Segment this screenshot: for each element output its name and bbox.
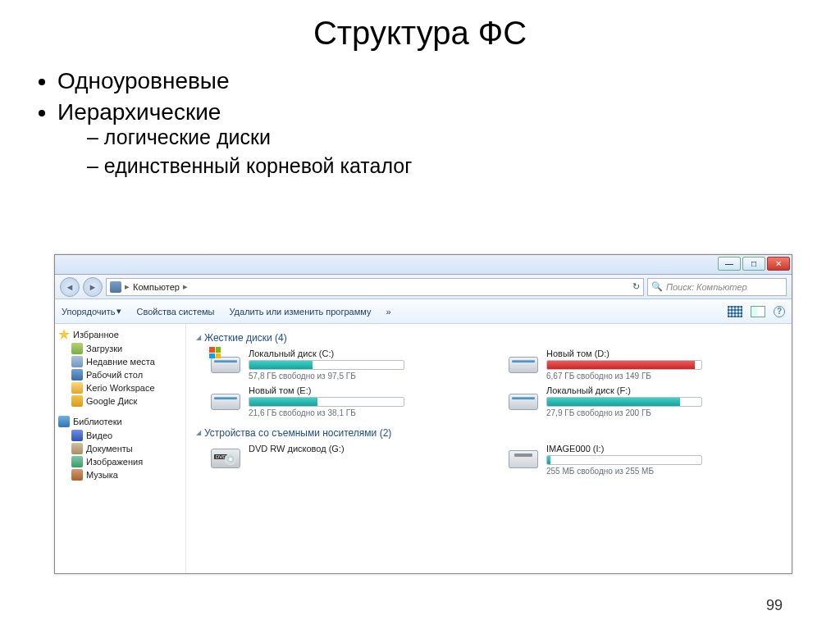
sidebar-libraries-header[interactable]: Библиотеки <box>58 416 182 427</box>
command-bar: Упорядочить ▾ Свойства системы Удалить и… <box>55 299 792 324</box>
computer-icon <box>110 281 121 293</box>
hdd-icon <box>211 385 242 410</box>
drive-label: IMAGE000 (I:) <box>546 444 782 454</box>
recent-icon <box>71 356 83 367</box>
search-input[interactable]: 🔍 Поиск: Компьютер <box>647 278 787 296</box>
drive-label: Локальный диск (F:) <box>546 385 782 395</box>
organize-menu[interactable]: Упорядочить ▾ <box>62 306 121 317</box>
address-bar: ◄ ► ▸ Компьютер ▸ ↻ 🔍 Поиск: Компьютер <box>55 275 792 299</box>
sidebar-item-video[interactable]: Видео <box>58 429 182 442</box>
bullet-2-text: Иерархические <box>57 99 221 125</box>
drive-d[interactable]: Новый том (D:) 6,67 ГБ свободно из 149 Г… <box>509 349 782 381</box>
uninstall-button[interactable]: Удалить или изменить программу <box>229 307 371 317</box>
window-titlebar[interactable]: — □ ✕ <box>55 255 792 275</box>
more-commands[interactable]: » <box>386 307 390 317</box>
google-drive-icon <box>71 395 83 407</box>
preview-pane-icon[interactable] <box>751 306 765 317</box>
drive-label: Новый том (D:) <box>546 349 782 358</box>
sidebar-favorites-header[interactable]: Избранное <box>58 329 182 340</box>
star-icon <box>58 329 70 340</box>
drive-stat: 57,8 ГБ свободно из 97,5 ГБ <box>249 371 484 381</box>
dvd-icon: DVD <box>211 444 242 468</box>
drive-label: Новый том (E:) <box>249 385 484 395</box>
pictures-icon <box>71 456 83 467</box>
bullet-2: Иерархические логические диски единствен… <box>57 99 840 178</box>
breadcrumb-item[interactable]: Компьютер <box>133 282 180 292</box>
sidebar: Избранное Загрузки Недавние места Рабочи… <box>55 324 186 573</box>
slide-title: Структура ФС <box>0 15 840 52</box>
drive-e[interactable]: Новый том (E:) 21,6 ГБ свободно из 38,1 … <box>211 385 484 417</box>
capacity-bar <box>546 397 702 407</box>
sidebar-item-recent[interactable]: Недавние места <box>58 355 182 368</box>
sidebar-item-music[interactable]: Музыка <box>58 468 182 481</box>
bullet-2-sub-1: логические диски <box>87 125 840 149</box>
capacity-bar <box>546 455 702 465</box>
drive-stat: 21,6 ГБ свободно из 38,1 ГБ <box>249 408 484 417</box>
search-placeholder: Поиск: Компьютер <box>666 282 747 292</box>
drive-stat: 27,9 ГБ свободно из 200 ГБ <box>546 408 782 417</box>
drive-f[interactable]: Локальный диск (F:) 27,9 ГБ свободно из … <box>509 385 782 417</box>
back-button[interactable]: ◄ <box>60 277 80 297</box>
hdd-icon <box>509 385 540 410</box>
forward-button[interactable]: ► <box>83 277 103 297</box>
sidebar-item-pictures[interactable]: Изображения <box>58 455 182 468</box>
maximize-button[interactable]: □ <box>742 257 765 271</box>
hdd-icon <box>211 349 242 373</box>
explorer-window: — □ ✕ ◄ ► ▸ Компьютер ▸ ↻ 🔍 Поиск: Компь… <box>54 254 792 574</box>
drive-label: Локальный диск (C:) <box>249 349 484 358</box>
desktop-icon <box>71 369 83 381</box>
sidebar-item-desktop[interactable]: Рабочий стол <box>58 368 182 381</box>
music-icon <box>71 469 83 481</box>
capacity-bar <box>546 360 702 370</box>
minimize-button[interactable]: — <box>718 257 741 271</box>
capacity-bar <box>249 360 404 370</box>
bullet-2-sub-2: единственный корневой каталог <box>87 154 840 178</box>
content-pane: Жесткие диски (4) Локальный диск (C:) 57… <box>186 324 792 573</box>
search-icon: 🔍 <box>651 281 663 292</box>
drive-stat: 255 МБ свободно из 255 МБ <box>546 467 782 476</box>
documents-icon <box>71 443 83 454</box>
category-hard-drives[interactable]: Жесткие диски (4) <box>196 332 782 344</box>
libraries-icon <box>58 416 70 427</box>
sidebar-item-google-drive[interactable]: Google Диск <box>58 394 182 408</box>
breadcrumb[interactable]: ▸ Компьютер ▸ ↻ <box>106 278 644 296</box>
downloads-icon <box>71 343 83 354</box>
drive-stat: 6,67 ГБ свободно из 149 ГБ <box>546 371 782 381</box>
bullet-list: Одноуровневые Иерархические логические д… <box>57 68 840 178</box>
drive-label: DVD RW дисковод (G:) <box>249 444 484 454</box>
bullet-1: Одноуровневые <box>57 68 840 94</box>
removable-icon <box>509 444 540 468</box>
sidebar-item-downloads[interactable]: Загрузки <box>58 342 182 355</box>
kerio-icon <box>71 382 83 394</box>
view-options-icon[interactable] <box>728 306 742 317</box>
sidebar-item-documents[interactable]: Документы <box>58 442 182 455</box>
system-properties-button[interactable]: Свойства системы <box>136 307 214 317</box>
drive-g[interactable]: DVD DVD RW дисковод (G:) <box>211 444 484 476</box>
breadcrumb-sep: ▸ <box>125 281 130 292</box>
close-button[interactable]: ✕ <box>767 257 790 271</box>
sidebar-item-kerio[interactable]: Kerio Workspace <box>58 381 182 394</box>
drive-c[interactable]: Локальный диск (C:) 57,8 ГБ свободно из … <box>211 349 484 381</box>
drive-i[interactable]: IMAGE000 (I:) 255 МБ свободно из 255 МБ <box>509 444 782 476</box>
capacity-bar <box>249 397 404 407</box>
hdd-icon <box>509 349 540 373</box>
slide-number: 99 <box>766 597 783 614</box>
refresh-icon[interactable]: ↻ <box>632 281 640 292</box>
help-icon[interactable]: ? <box>774 306 785 317</box>
category-removable[interactable]: Устройства со съемными носителями (2) <box>196 427 782 439</box>
breadcrumb-sep: ▸ <box>183 281 188 292</box>
video-icon <box>71 430 83 441</box>
